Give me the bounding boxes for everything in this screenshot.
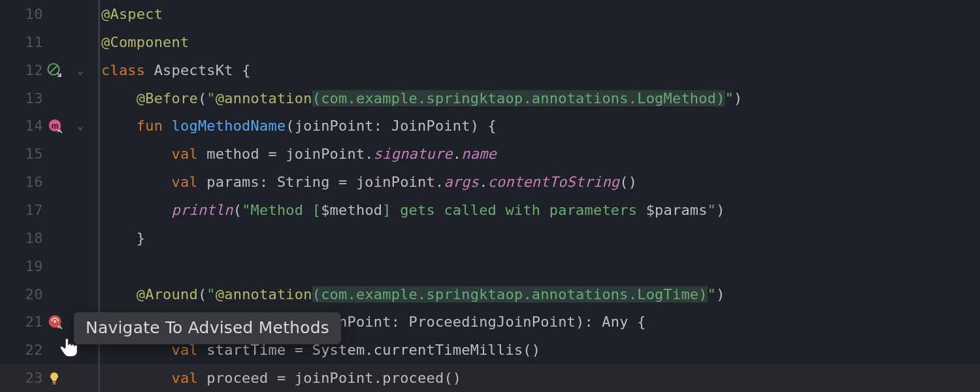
token-strhl: (com.example.springktaop.annotations.Log… xyxy=(312,90,725,106)
token-str: " xyxy=(725,90,734,106)
token-str: "Method [ xyxy=(242,202,321,218)
svg-rect-6 xyxy=(52,382,56,383)
code-text[interactable]: @Around("@annotation(com.example.springk… xyxy=(100,286,725,302)
token-name: $method xyxy=(321,202,382,218)
svg-line-1 xyxy=(50,65,57,73)
gutter-icon-slot[interactable] xyxy=(43,371,72,385)
code-line[interactable]: 12 ⌄class AspectsKt { xyxy=(0,56,980,84)
token-punc: (joinPoint: JoinPoint) xyxy=(286,118,487,134)
token-punc: ) xyxy=(716,286,725,302)
gutter: 17 xyxy=(0,202,98,218)
code-line[interactable]: 20 @Around("@annotation(com.example.spri… xyxy=(0,280,980,308)
token-kw: val xyxy=(172,174,207,190)
token-ann: @annotation xyxy=(216,90,312,106)
token-ann: @Component xyxy=(101,34,189,50)
line-number: 22 xyxy=(0,342,43,358)
svg-point-5 xyxy=(54,320,56,323)
line-number: 11 xyxy=(0,34,43,50)
line-number: 20 xyxy=(0,286,43,302)
code-text[interactable]: class AspectsKt { xyxy=(100,62,251,78)
line-number: 15 xyxy=(0,146,43,162)
gutter: 14 m ⌄ xyxy=(0,118,98,135)
code-line[interactable]: 11@Component xyxy=(0,28,980,56)
code-text[interactable]: val method = joinPoint.signature.name xyxy=(100,146,497,162)
code-line[interactable]: 18 } xyxy=(0,224,980,252)
token-str: ] gets called with parameters xyxy=(382,202,645,218)
line-number: 16 xyxy=(0,174,43,190)
token-punc: ( xyxy=(198,286,206,302)
token-punc: ) xyxy=(716,202,725,218)
line-number: 23 xyxy=(0,370,43,386)
gutter: 12 ⌄ xyxy=(0,62,98,78)
token-punc: ) xyxy=(734,90,742,106)
token-punc: () xyxy=(619,174,637,190)
token-brace: { xyxy=(242,62,250,78)
code-text[interactable]: fun logMethodName(joinPoint: JoinPoint) … xyxy=(100,118,497,134)
code-text[interactable]: println("Method [$method] gets called wi… xyxy=(100,202,725,218)
code-text[interactable]: @Before("@annotation(com.example.springk… xyxy=(100,90,743,106)
token-name: method = joinPoint. xyxy=(206,146,373,162)
code-text[interactable]: @Aspect xyxy=(100,6,163,22)
gutter: 18 xyxy=(0,230,98,246)
token-prop: println xyxy=(172,202,233,218)
gutter-icon-slot[interactable] xyxy=(43,63,72,77)
token-kw: class xyxy=(101,62,154,78)
code-line[interactable]: 10@Aspect xyxy=(0,0,980,28)
line-number: 17 xyxy=(0,202,43,218)
code-line[interactable]: 17 println("Method [$method] gets called… xyxy=(0,196,980,224)
token-ann: @Around xyxy=(137,286,198,302)
code-text[interactable]: val params: String = joinPoint.args.cont… xyxy=(100,174,637,190)
code-text[interactable]: @Component xyxy=(100,34,189,50)
token-prop: args xyxy=(444,174,479,190)
code-line[interactable]: 14 m ⌄ fun logMethodName(joinPoint: Join… xyxy=(0,112,980,140)
token-prop: signature xyxy=(374,146,453,162)
token-str: " xyxy=(206,286,215,302)
token-brace: { xyxy=(488,118,497,134)
gutter: 20 xyxy=(0,286,98,302)
token-name: params: String = joinPoint. xyxy=(206,174,444,190)
fold-toggle[interactable]: ⌄ xyxy=(72,64,89,76)
token-fn: logMethodName xyxy=(172,118,286,134)
gutter: 15 xyxy=(0,146,98,162)
code-line[interactable]: 13 @Before("@annotation(com.example.spri… xyxy=(0,84,980,112)
token-punc: . xyxy=(479,174,487,190)
token-kw: fun xyxy=(137,118,172,134)
gutter: 19 xyxy=(0,258,98,274)
token-name: $params xyxy=(646,202,708,218)
token-name: proceed = joinPoint.proceed xyxy=(206,370,444,386)
line-number: 10 xyxy=(0,6,43,22)
code-line[interactable]: 16 val params: String = joinPoint.args.c… xyxy=(0,168,980,196)
token-strhl: (com.example.springktaop.annotations.Log… xyxy=(312,286,708,302)
token-punc: () xyxy=(444,370,461,386)
token-punc: . xyxy=(453,146,461,162)
code-text[interactable]: } xyxy=(100,230,145,246)
token-name: AspectsKt xyxy=(154,62,242,78)
token-brace: } xyxy=(137,230,145,246)
code-line[interactable]: 15 val method = joinPoint.signature.name xyxy=(0,140,980,168)
line-number: 13 xyxy=(0,90,43,106)
aspect-red-icon[interactable] xyxy=(47,314,64,331)
line-number: 21 xyxy=(0,314,43,330)
token-str: " xyxy=(708,286,716,302)
bulb-icon[interactable] xyxy=(47,371,61,385)
gutter-icon-slot[interactable]: m xyxy=(43,118,72,135)
aspect-pink-icon[interactable]: m xyxy=(47,118,64,135)
token-str: " xyxy=(206,90,215,106)
cancel-icon[interactable] xyxy=(47,63,61,77)
line-number: 19 xyxy=(0,258,43,274)
token-kw: val xyxy=(172,146,207,162)
gutter: 16 xyxy=(0,174,98,190)
code-line[interactable]: 23 val proceed = joinPoint.proceed() xyxy=(0,364,980,392)
token-ann: @Aspect xyxy=(101,6,163,22)
svg-rect-7 xyxy=(53,383,56,384)
gutter-tooltip: Navigate To Advised Methods xyxy=(74,312,341,344)
line-number: 12 xyxy=(0,62,43,78)
svg-text:m: m xyxy=(52,121,59,130)
gutter-border xyxy=(98,252,100,280)
gutter-icon-slot[interactable] xyxy=(43,314,72,331)
code-text[interactable]: val proceed = joinPoint.proceed() xyxy=(100,370,461,386)
token-kw: val xyxy=(172,370,207,386)
gutter: 23 xyxy=(0,370,98,386)
fold-toggle[interactable]: ⌄ xyxy=(72,120,89,132)
code-line[interactable]: 19 xyxy=(0,252,980,280)
